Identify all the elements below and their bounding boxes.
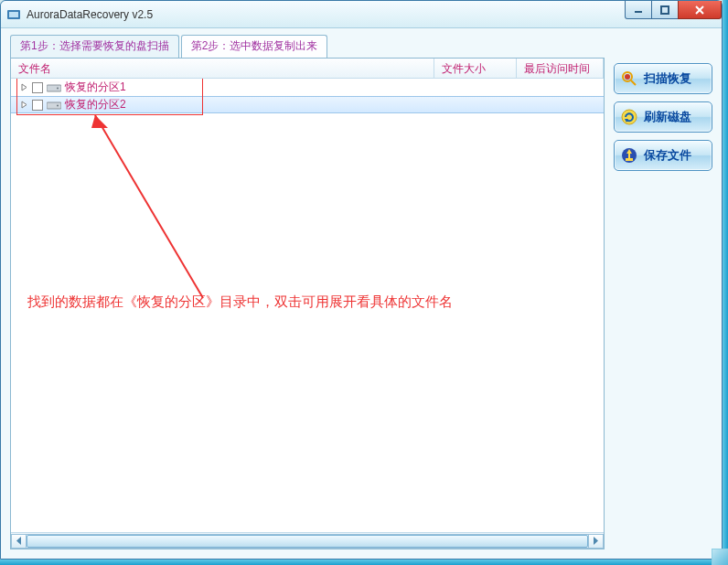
- tab-strip: 第1步：选择需要恢复的盘扫描 第2步：选中数据复制出来: [10, 36, 712, 58]
- app-window: AuroraDataRecovery v2.5 第1步：选择需要恢复的盘扫描 第…: [0, 0, 723, 560]
- scroll-left-button[interactable]: [11, 534, 27, 549]
- scroll-right-button[interactable]: [588, 534, 604, 549]
- outer-edge-bottom: [0, 560, 728, 565]
- svg-point-7: [57, 104, 59, 106]
- scroll-track[interactable]: [27, 534, 588, 549]
- client-area: 第1步：选择需要恢复的盘扫描 第2步：选中数据复制出来 文件名 文件大小 最后访…: [10, 36, 712, 549]
- col-filesize[interactable]: 文件大小: [434, 59, 517, 78]
- svg-point-5: [57, 87, 59, 89]
- tree-body[interactable]: 恢复的分区1 恢复的分区2: [11, 79, 604, 532]
- scan-recover-button[interactable]: 扫描恢复: [614, 63, 712, 94]
- row-label: 恢复的分区1: [65, 80, 126, 95]
- app-icon: [6, 7, 21, 22]
- tree-row[interactable]: 恢复的分区1: [11, 79, 604, 96]
- svg-rect-6: [47, 102, 61, 109]
- svg-line-8: [95, 115, 203, 298]
- main-panel: 文件名 文件大小 最后访问时间 恢复的分区1: [10, 58, 712, 549]
- close-button[interactable]: [678, 1, 722, 19]
- col-filename[interactable]: 文件名: [11, 59, 434, 78]
- svg-rect-2: [635, 11, 642, 13]
- refresh-disk-button[interactable]: 刷新磁盘: [614, 101, 712, 133]
- svg-line-11: [631, 80, 636, 85]
- tab-step1[interactable]: 第1步：选择需要恢复的盘扫描: [10, 35, 179, 58]
- button-label: 刷新磁盘: [644, 109, 691, 125]
- svg-rect-3: [661, 6, 669, 14]
- svg-rect-17: [626, 158, 633, 161]
- annotation-arrow-icon: [66, 106, 212, 307]
- action-sidebar: 扫描恢复 刷新磁盘 保存文件: [614, 58, 712, 549]
- window-controls: [626, 1, 722, 19]
- file-tree-panel: 文件名 文件大小 最后访问时间 恢复的分区1: [10, 58, 605, 549]
- tab-step2[interactable]: 第2步：选中数据复制出来: [181, 35, 328, 58]
- magnifier-icon: [620, 69, 638, 88]
- save-icon: [620, 146, 638, 165]
- button-label: 保存文件: [644, 147, 691, 164]
- minimize-button[interactable]: [625, 1, 652, 19]
- tree-header: 文件名 文件大小 最后访问时间: [11, 59, 604, 79]
- row-checkbox[interactable]: [32, 82, 43, 93]
- row-checkbox[interactable]: [32, 100, 43, 111]
- tree-row[interactable]: 恢复的分区2: [11, 96, 604, 113]
- outer-edge-corner: [712, 549, 728, 565]
- drive-icon: [47, 82, 61, 93]
- row-label: 恢复的分区2: [65, 97, 126, 112]
- refresh-icon: [620, 108, 638, 126]
- col-lastaccess[interactable]: 最后访问时间: [517, 59, 604, 78]
- annotation-text: 找到的数据都在《恢复的分区》目录中，双击可用展开看具体的文件名: [27, 293, 453, 311]
- outer-edge-right: [723, 0, 728, 565]
- save-file-button[interactable]: 保存文件: [614, 140, 712, 171]
- window-title: AuroraDataRecovery v2.5: [27, 8, 153, 21]
- titlebar[interactable]: AuroraDataRecovery v2.5: [1, 1, 722, 28]
- drive-icon: [47, 100, 61, 111]
- svg-rect-1: [9, 12, 18, 17]
- expand-icon[interactable]: [20, 101, 28, 109]
- svg-rect-4: [47, 85, 61, 91]
- svg-point-13: [622, 110, 637, 124]
- svg-marker-9: [91, 115, 108, 128]
- svg-point-12: [625, 74, 630, 80]
- maximize-button[interactable]: [651, 1, 679, 19]
- expand-icon[interactable]: [20, 83, 28, 91]
- scroll-thumb[interactable]: [27, 535, 588, 548]
- horizontal-scrollbar[interactable]: [11, 532, 604, 549]
- button-label: 扫描恢复: [644, 70, 691, 87]
